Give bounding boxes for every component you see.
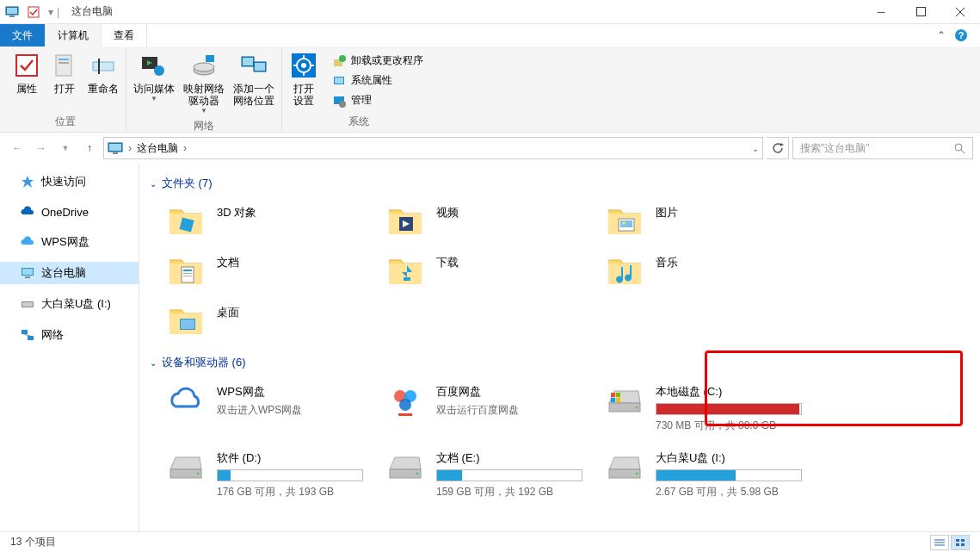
svg-marker-39 bbox=[780, 143, 784, 146]
drive-item[interactable]: 本地磁盘 (C:)730 MB 可用，共 80.0 GB bbox=[589, 379, 808, 445]
svg-point-76 bbox=[197, 473, 200, 475]
rename-button[interactable]: 重命名 bbox=[84, 50, 122, 96]
drive-item[interactable]: 大白菜U盘 (I:)2.67 GB 可用，共 5.98 GB bbox=[589, 445, 808, 512]
collapse-ribbon-icon[interactable]: ⌃ bbox=[937, 29, 946, 41]
back-button[interactable]: ← bbox=[7, 138, 28, 158]
svg-rect-85 bbox=[961, 539, 965, 542]
section-folders[interactable]: ⌄文件夹 (7) bbox=[150, 176, 970, 191]
open-button[interactable]: 打开 bbox=[46, 50, 83, 96]
svg-rect-74 bbox=[616, 398, 620, 402]
svg-rect-73 bbox=[611, 398, 615, 402]
drive-icon bbox=[386, 452, 424, 481]
svg-rect-12 bbox=[98, 59, 100, 74]
folder-label: 文档 bbox=[217, 255, 361, 270]
up-button[interactable]: ↑ bbox=[79, 138, 100, 158]
details-view-button[interactable] bbox=[930, 535, 949, 550]
svg-point-67 bbox=[399, 399, 411, 411]
tab-file[interactable]: 文件 bbox=[0, 24, 46, 47]
sidebar-item-thispc[interactable]: 这台电脑 bbox=[0, 262, 139, 284]
search-input[interactable]: 搜索"这台电脑" bbox=[792, 137, 973, 159]
folder-item[interactable]: 下载 bbox=[369, 250, 589, 300]
properties-button[interactable]: 属性 bbox=[9, 50, 45, 96]
svg-rect-1 bbox=[7, 8, 17, 14]
uninstall-button[interactable]: 卸载或更改程序 bbox=[329, 52, 427, 70]
add-location-button[interactable]: 添加一个 网络位置 bbox=[230, 50, 278, 109]
folder-item[interactable]: 3D 对象 bbox=[150, 200, 369, 250]
address-bar: ← → ▼ ↑ › 这台电脑 › ⌄ 搜索"这台电脑" bbox=[0, 133, 980, 164]
svg-rect-64 bbox=[181, 319, 194, 329]
qat-props-icon[interactable] bbox=[28, 6, 40, 18]
svg-rect-59 bbox=[183, 273, 192, 274]
access-media-button[interactable]: 访问媒体 ▼ bbox=[130, 50, 178, 104]
sidebar-item-network[interactable]: 网络 bbox=[0, 324, 139, 346]
chevron-down-icon: ⌄ bbox=[150, 179, 157, 189]
svg-rect-55 bbox=[620, 220, 632, 227]
tab-view[interactable]: 查看 bbox=[102, 24, 147, 47]
system-properties-button[interactable]: 系统属性 bbox=[329, 71, 427, 90]
address-text: 这台电脑 bbox=[137, 141, 178, 156]
svg-rect-49 bbox=[28, 336, 34, 340]
svg-rect-44 bbox=[22, 269, 33, 275]
drive-usage-bar bbox=[436, 469, 582, 481]
svg-rect-2 bbox=[9, 16, 15, 17]
folder-item[interactable]: 图片 bbox=[589, 200, 808, 250]
qat-dropdown-icon[interactable]: ▾ bbox=[48, 6, 53, 18]
window-title: 这台电脑 bbox=[71, 4, 113, 19]
recent-dropdown[interactable]: ▼ bbox=[55, 138, 76, 158]
map-drive-button[interactable]: 映射网络 驱动器 ▼ bbox=[180, 50, 228, 116]
refresh-button[interactable] bbox=[767, 137, 789, 159]
svg-rect-8 bbox=[56, 55, 71, 76]
help-icon[interactable]: ? bbox=[954, 28, 968, 42]
ribbon: 属性 打开 重命名 位置 访问媒体 ▼ 映射网络 驱动器 ▼ bbox=[0, 47, 980, 133]
sidebar-item-wps[interactable]: WPS网盘 bbox=[0, 231, 139, 253]
address-input[interactable]: › 这台电脑 › ⌄ bbox=[103, 137, 763, 159]
folder-label: 图片 bbox=[656, 205, 799, 220]
close-button[interactable] bbox=[940, 0, 980, 24]
drive-usage-bar bbox=[217, 469, 363, 481]
sidebar-item-usb[interactable]: 大白菜U盘 (I:) bbox=[0, 293, 139, 315]
svg-rect-58 bbox=[183, 270, 192, 271]
drive-item[interactable]: 文档 (E:)159 GB 可用，共 192 GB bbox=[369, 445, 589, 512]
chevron-right-icon[interactable]: › bbox=[183, 142, 187, 154]
svg-rect-87 bbox=[961, 543, 965, 546]
status-bar: 13 个项目 bbox=[0, 531, 980, 552]
icons-view-button[interactable] bbox=[951, 535, 970, 550]
sidebar-item-quickaccess[interactable]: 快速访问 bbox=[0, 171, 139, 193]
pc-icon bbox=[108, 140, 123, 156]
maximize-button[interactable] bbox=[901, 0, 940, 24]
svg-rect-84 bbox=[956, 539, 959, 542]
svg-line-41 bbox=[961, 150, 965, 153]
folder-item[interactable]: 文档 bbox=[150, 250, 369, 300]
section-devices[interactable]: ⌄设备和驱动器 (6) bbox=[150, 355, 970, 370]
svg-rect-33 bbox=[335, 78, 343, 84]
open-settings-button[interactable]: 打开 设置 bbox=[286, 50, 322, 109]
svg-point-35 bbox=[339, 101, 346, 108]
forward-button[interactable]: → bbox=[31, 138, 52, 158]
folder-label: 桌面 bbox=[217, 305, 361, 320]
drive-icon bbox=[606, 386, 644, 415]
folder-icon bbox=[167, 203, 205, 238]
chevron-right-icon[interactable]: › bbox=[128, 142, 132, 154]
svg-rect-60 bbox=[183, 276, 192, 276]
address-dropdown-icon[interactable]: ⌄ bbox=[752, 144, 759, 153]
folder-item[interactable]: 音乐 bbox=[589, 250, 808, 300]
svg-rect-68 bbox=[398, 413, 412, 416]
folder-label: 音乐 bbox=[656, 255, 799, 270]
svg-rect-10 bbox=[59, 62, 69, 64]
manage-button[interactable]: 管理 bbox=[329, 91, 427, 109]
cloud-item[interactable]: 百度网盘双击运行百度网盘 bbox=[369, 379, 589, 445]
drive-item[interactable]: 软件 (D:)176 GB 可用，共 193 GB bbox=[150, 445, 369, 512]
ribbon-group-location: 属性 打开 重命名 位置 bbox=[5, 48, 126, 132]
cloud-item[interactable]: WPS网盘双击进入WPS网盘 bbox=[150, 379, 369, 445]
minimize-button[interactable]: ─ bbox=[861, 0, 901, 24]
svg-rect-38 bbox=[113, 152, 118, 154]
tab-computer[interactable]: 计算机 bbox=[46, 24, 102, 47]
svg-line-50 bbox=[24, 334, 30, 336]
pc-icon bbox=[5, 5, 19, 19]
folder-item[interactable]: 桌面 bbox=[150, 300, 369, 350]
chevron-down-icon: ⌄ bbox=[150, 358, 157, 368]
svg-rect-47 bbox=[22, 302, 33, 307]
sidebar-item-onedrive[interactable]: OneDrive bbox=[0, 202, 139, 222]
svg-rect-3 bbox=[28, 7, 39, 17]
folder-item[interactable]: 视频 bbox=[369, 200, 589, 250]
